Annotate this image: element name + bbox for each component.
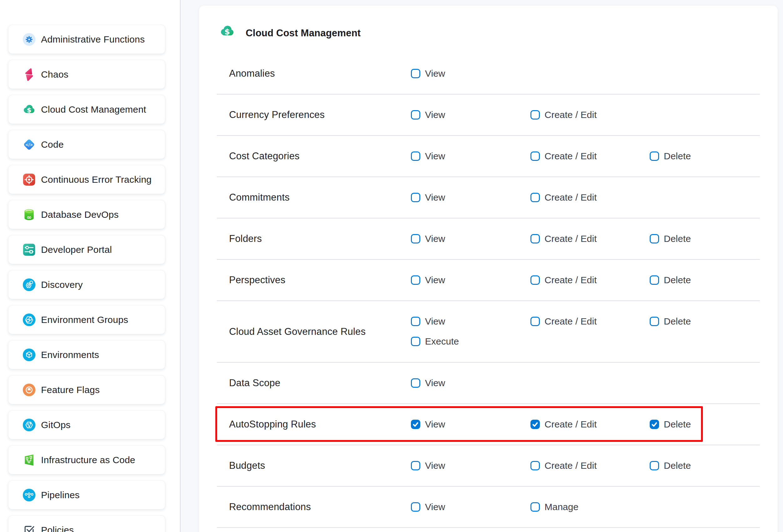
svg-text:$: $	[224, 27, 230, 36]
checkbox-label: View	[425, 275, 445, 285]
checkbox-view[interactable]	[411, 110, 420, 120]
checkbox-view[interactable]	[411, 152, 420, 161]
panel-header: $ Cloud Cost Management	[199, 6, 778, 53]
sidebar-item-label: Database DevOps	[41, 209, 119, 220]
permission-row-currency-preferences: Currency PreferencesViewCreate / Edit	[217, 95, 760, 136]
checkbox-view[interactable]	[411, 275, 420, 285]
permission-view: View	[411, 233, 445, 244]
panel-title: Cloud Cost Management	[246, 28, 361, 39]
sidebar-item-chaos[interactable]: Chaos	[8, 60, 165, 89]
sidebar-item-database-devops[interactable]: ∞Database DevOps	[8, 200, 165, 229]
sidebar-item-label: Feature Flags	[41, 385, 100, 395]
chaos-icon	[22, 68, 36, 81]
permission-delete: Delete	[650, 419, 691, 430]
permission-row-label: Cost Categories	[229, 151, 300, 162]
cube-icon	[22, 348, 36, 362]
checkbox-create-edit[interactable]	[530, 193, 540, 202]
permission-create-edit: Create / Edit	[530, 419, 597, 430]
checkbox-view[interactable]	[411, 234, 420, 244]
checkbox-view[interactable]	[411, 461, 420, 470]
checkbox-execute[interactable]	[411, 337, 420, 346]
sidebar-item-continuous-error-tracking[interactable]: Continuous Error Tracking	[8, 165, 165, 194]
checkbox-label: View	[425, 419, 445, 430]
checkbox-create-edit[interactable]	[530, 317, 540, 326]
checkbox-label: View	[425, 316, 445, 327]
permission-row-label: Anomalies	[229, 68, 275, 79]
sidebar-item-feature-flags[interactable]: Feature Flags	[8, 375, 165, 404]
checkbox-view[interactable]	[411, 420, 420, 429]
sidebar-item-label: Developer Portal	[41, 244, 112, 255]
permission-row-label: Budgets	[229, 460, 265, 471]
checkbox-view[interactable]	[411, 69, 420, 78]
permission-create-edit: Create / Edit	[530, 233, 597, 244]
checkbox-label: Create / Edit	[544, 109, 597, 120]
checkbox-label: Execute	[425, 336, 459, 347]
permission-row-perspectives: PerspectivesViewCreate / EditDelete	[217, 260, 760, 301]
checkbox-delete[interactable]	[650, 420, 659, 429]
gear-icon	[22, 33, 36, 46]
sidebar-item-discovery[interactable]: Discovery	[8, 270, 165, 299]
permission-row-label: Perspectives	[229, 275, 285, 286]
sidebar-item-cloud-cost-management[interactable]: $Cloud Cost Management	[8, 95, 165, 124]
checkbox-label: View	[425, 192, 445, 203]
sidebar-item-infrastructure-as-code[interactable]: Infrastructure as Code	[8, 445, 165, 474]
checkbox-label: Create / Edit	[544, 419, 597, 430]
sidebar-item-label: Infrastructure as Code	[41, 455, 135, 465]
sidebar-item-label: Environments	[41, 349, 99, 360]
sidebar: Administrative Functions Chaos $Cloud Co…	[0, 0, 180, 532]
sliders-icon	[22, 243, 36, 257]
checkbox-create-edit[interactable]	[530, 152, 540, 161]
checkbox-view[interactable]	[411, 193, 420, 202]
checkbox-create-edit[interactable]	[530, 110, 540, 120]
cloud-cost-management-icon: $	[219, 23, 236, 39]
checkbox-delete[interactable]	[650, 317, 659, 326]
checkbox-label: View	[425, 460, 445, 471]
sidebar-list: Administrative Functions Chaos $Cloud Co…	[0, 0, 180, 532]
permission-row-label: Cloud Asset Governance Rules	[229, 326, 366, 337]
sidebar-item-label: GitOps	[41, 420, 71, 430]
checkbox-manage[interactable]	[530, 502, 540, 512]
checkbox-view[interactable]	[411, 317, 420, 326]
checklist-icon	[22, 523, 36, 532]
checkbox-label: Manage	[544, 502, 578, 512]
permission-rows: AnomaliesViewCurrency PreferencesViewCre…	[217, 53, 760, 528]
sidebar-item-policies[interactable]: Policies	[8, 515, 165, 532]
sidebar-item-environments[interactable]: Environments	[8, 340, 165, 369]
permission-row-cloud-asset-governance-rules: Cloud Asset Governance RulesViewCreate /…	[217, 301, 760, 363]
permission-row-cost-categories: Cost CategoriesViewCreate / EditDelete	[217, 136, 760, 177]
checkbox-label: Create / Edit	[544, 275, 597, 285]
checkbox-view[interactable]	[411, 378, 420, 388]
sidebar-item-label: Chaos	[41, 69, 68, 80]
sidebar-item-label: Administrative Functions	[41, 34, 145, 45]
sidebar-item-administrative-functions[interactable]: Administrative Functions	[8, 25, 165, 54]
pipeline-nodes-icon	[22, 488, 36, 502]
permission-row-data-scope: Data ScopeView	[217, 363, 760, 404]
checkbox-create-edit[interactable]	[530, 420, 540, 429]
checkbox-delete[interactable]	[650, 461, 659, 470]
circuit-icon	[22, 453, 36, 467]
permission-row-commitments: CommitmentsViewCreate / Edit	[217, 177, 760, 218]
sidebar-item-label: Continuous Error Tracking	[41, 174, 152, 185]
sidebar-item-environment-groups[interactable]: Environment Groups	[8, 305, 165, 334]
checkbox-label: View	[425, 233, 445, 244]
checkbox-delete[interactable]	[650, 275, 659, 285]
sidebar-item-gitops[interactable]: GitOps	[8, 410, 165, 439]
sidebar-item-label: Policies	[41, 525, 74, 532]
permission-view: View	[411, 419, 445, 430]
sidebar-item-pipelines[interactable]: Pipelines	[8, 480, 165, 509]
checkbox-create-edit[interactable]	[530, 275, 540, 285]
permission-row-label: Currency Preferences	[229, 109, 325, 121]
checkbox-label: Delete	[664, 233, 691, 244]
checkbox-view[interactable]	[411, 502, 420, 512]
checkbox-delete[interactable]	[650, 234, 659, 244]
sidebar-item-code[interactable]: </>Code	[8, 130, 165, 159]
checkbox-delete[interactable]	[650, 152, 659, 161]
checkbox-create-edit[interactable]	[530, 234, 540, 244]
permission-create-edit: Create / Edit	[530, 275, 597, 285]
checkbox-create-edit[interactable]	[530, 461, 540, 470]
permission-create-edit: Create / Edit	[530, 316, 597, 327]
permission-row-label: Folders	[229, 233, 262, 244]
sidebar-item-label: Environment Groups	[41, 314, 128, 325]
sidebar-item-developer-portal[interactable]: Developer Portal	[8, 235, 165, 264]
checkbox-label: Delete	[664, 151, 691, 161]
